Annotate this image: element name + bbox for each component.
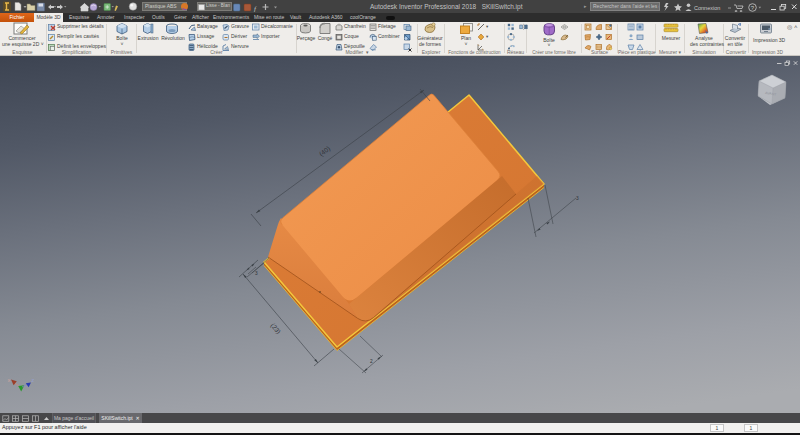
svg-text:f: f	[254, 4, 257, 12]
svg-text:X: X	[8, 378, 11, 383]
svg-text:(23): (23)	[269, 322, 283, 336]
svg-text:Connexion: Connexion	[694, 5, 720, 11]
svg-text:3: 3	[576, 196, 579, 201]
svg-text:2: 2	[370, 359, 373, 364]
svg-text:3: 3	[255, 271, 258, 276]
svg-text:(40): (40)	[318, 145, 332, 158]
svg-text:?: ?	[751, 5, 755, 11]
svg-text:Z: Z	[32, 378, 35, 383]
